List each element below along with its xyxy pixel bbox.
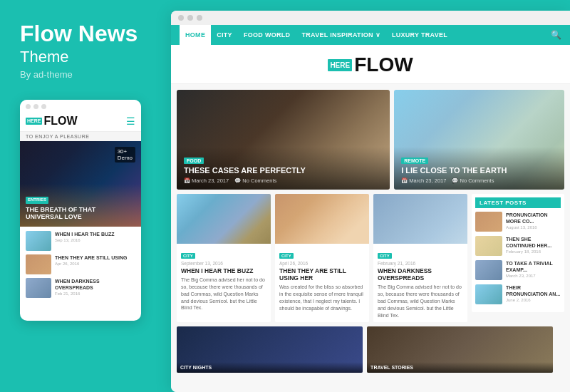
brand-title: Flow News [20, 21, 157, 46]
bottom-title-1: CITY NIGHTS [180, 365, 359, 370]
sidebar: LATEST POSTS PRONUNCIATION MORE CO... Au… [472, 194, 564, 326]
sidebar-latest-posts: LATEST POSTS PRONUNCIATION MORE CO... Au… [472, 194, 564, 312]
hero-overlay-left: FOOD THESE CASES ARE PERFECTLY 📅 March 2… [177, 147, 390, 190]
mobile-logo: HEREFLOW [26, 115, 78, 128]
hero-badge-right: REMOTE [401, 158, 428, 164]
article-thumb-1 [177, 194, 271, 244]
bottom-title-2: TRAVEL STORIES [370, 365, 549, 370]
mobile-thumb-2 [26, 254, 51, 274]
mobile-logo-accent: HERE [26, 118, 42, 125]
sidebar-thumb-4 [475, 284, 502, 304]
mobile-menu-icon: ☰ [126, 115, 135, 127]
article-thumb-2 [275, 194, 369, 244]
sidebar-thumb-1 [475, 212, 502, 232]
article-badge-3: CITY [378, 253, 392, 259]
sidebar-title-3: TO TAKE A TRIVIAL EXAMP... [506, 260, 561, 273]
nav-item-home[interactable]: HOME [180, 25, 211, 45]
mobile-dot-2 [33, 104, 38, 109]
article-excerpt-2: Was created for the bliss so absorbed in… [279, 284, 365, 311]
sidebar-date-1: August 13, 2016 [506, 225, 561, 229]
sidebar-item-3[interactable]: TO TAKE A TRIVIAL EXAMP... March 23, 201… [475, 260, 561, 280]
mobile-article-date-1: Sep 13, 2016 [55, 238, 115, 242]
hero-date-right: 📅 March 23, 2017 [401, 177, 446, 184]
sidebar-date-3: March 23, 2017 [506, 274, 561, 278]
mobile-hero-badge: ENTRIES [26, 197, 48, 203]
article-excerpt-3: The Big Comma advised her not to do so, … [378, 284, 463, 319]
desktop-logo: HEREFLOW [328, 53, 413, 76]
hero-overlay-right: REMOTE I LIE CLOSE TO THE EARTH 📅 March … [394, 147, 564, 190]
hero-row: FOOD THESE CASES ARE PERFECTLY 📅 March 2… [171, 84, 570, 190]
article-grid: CITY September 13, 2016 WHEN I HEAR THE … [177, 194, 467, 326]
article-date-3: February 21, 2016 [378, 261, 463, 266]
mobile-dot-3 [41, 104, 46, 109]
article-badge-1: CITY [181, 253, 195, 259]
mobile-article-title-3: WHEN DARKNESS OVERSPREADS [55, 278, 135, 291]
mobile-article-2: THEN THEY ARE STILL USING Apr 26, 2016 [26, 254, 135, 274]
hero-card-left[interactable]: FOOD THESE CASES ARE PERFECTLY 📅 March 2… [177, 90, 390, 190]
sidebar-item-1[interactable]: PRONUNCIATION MORE CO... August 13, 2016 [475, 212, 561, 232]
article-badge-2: CITY [279, 253, 294, 259]
article-date-1: September 13, 2016 [181, 261, 266, 266]
mobile-thumb-1 [26, 231, 51, 251]
article-title-3: WHEN DARKNESS OVERSPREADS [378, 267, 463, 282]
mobile-article-1: WHEN I HEAR THE BUZZ Sep 13, 2016 [26, 231, 135, 251]
article-excerpt-1: The Big Comma advised her not to do so, … [181, 277, 266, 311]
mobile-article-date-2: Apr 26, 2016 [55, 262, 127, 266]
bottom-thumb-1[interactable]: CITY NIGHTS [177, 326, 363, 373]
mobile-hero-title: THE BREATH OF THAT UNIVERSAL LOVE [26, 206, 111, 222]
search-icon[interactable]: 🔍 [551, 30, 561, 40]
article-card-3[interactable]: CITY February 21, 2016 WHEN DARKNESS OVE… [373, 194, 467, 322]
article-body-2: CITY April 26, 2016 THEN THEY ARE STILL … [275, 244, 369, 316]
sidebar-title-1: PRONUNCIATION MORE CO... [506, 212, 561, 225]
hero-badge-left: FOOD [184, 158, 204, 164]
mobile-article-date-3: Feb 21, 2016 [55, 292, 135, 296]
bottom-overlay-1: CITY NIGHTS [177, 362, 363, 373]
bottom-thumb-2[interactable]: TRAVEL STORIES [367, 326, 553, 373]
chrome-dot-3 [197, 15, 202, 21]
article-title-1: WHEN I HEAR THE BUZZ [181, 267, 266, 274]
hero-meta-right: 📅 March 23, 2017 💬 No Comments [401, 177, 557, 184]
sidebar-header: LATEST POSTS [475, 197, 561, 208]
mobile-article-title-2: THEN THEY ARE STILL USING [55, 254, 127, 261]
bottom-overlay-2: TRAVEL STORIES [367, 362, 553, 373]
sidebar-item-4[interactable]: THEIR PRONUNCIATION AN... June 2, 2016 [475, 284, 561, 304]
mobile-thumb-3 [26, 278, 51, 298]
hero-card-right[interactable]: REMOTE I LIE CLOSE TO THE EARTH 📅 March … [394, 90, 564, 190]
desktop-content: HEREFLOW FOOD THESE CASES ARE PERFECTLY … [171, 45, 570, 392]
desktop-chrome-bar [171, 11, 570, 25]
content-area: CITY September 13, 2016 WHEN I HEAR THE … [171, 190, 570, 326]
article-card-1[interactable]: CITY September 13, 2016 WHEN I HEAR THE … [177, 194, 271, 322]
hero-meta-left: 📅 March 23, 2017 💬 No Comments [184, 177, 383, 184]
mobile-article-3: WHEN DARKNESS OVERSPREADS Feb 21, 2016 [26, 278, 135, 298]
mobile-count-badge: 30+ Demo [115, 147, 135, 163]
nav-item-travel[interactable]: TRAVEL INSPIRATION ∨ [296, 25, 386, 45]
article-body-1: CITY September 13, 2016 WHEN I HEAR THE … [177, 244, 271, 315]
hero-title-left: THESE CASES ARE PERFECTLY [184, 166, 383, 175]
article-card-2[interactable]: CITY April 26, 2016 THEN THEY ARE STILL … [275, 194, 369, 322]
mobile-hero: 30+ Demo ENTRIES THE BREATH OF THAT UNIV… [20, 141, 141, 227]
chrome-dot-1 [178, 15, 184, 21]
nav-item-city[interactable]: CITY [211, 25, 238, 45]
mobile-dot-1 [26, 104, 31, 109]
article-thumb-3 [373, 194, 467, 244]
mobile-articles: WHEN I HEAR THE BUZZ Sep 13, 2016 THEN T… [20, 227, 141, 306]
mobile-article-title-1: WHEN I HEAR THE BUZZ [55, 231, 115, 237]
sidebar-title-2: THEN SHE CONTINUED HER... [506, 236, 561, 249]
hero-comments-right: 💬 No Comments [452, 177, 494, 184]
desktop-logo-bar: HEREFLOW [171, 45, 570, 84]
sidebar-item-2[interactable]: THEN SHE CONTINUED HER... February 18, 2… [475, 236, 561, 256]
article-title-2: THEN THEY ARE STILL USING HER [279, 267, 365, 282]
nav-item-luxury[interactable]: LUXURY TRAVEL [386, 25, 453, 45]
chrome-dot-2 [187, 15, 193, 21]
hero-date-left: 📅 March 23, 2017 [184, 177, 229, 184]
sidebar-thumb-2 [475, 236, 502, 256]
article-body-3: CITY February 21, 2016 WHEN DARKNESS OVE… [373, 244, 467, 322]
mobile-preview: HEREFLOW ☰ TO ENJOY A PLEASURE 30+ Demo … [20, 100, 141, 321]
brand-subtitle: Theme [20, 48, 157, 66]
article-date-2: April 26, 2016 [279, 261, 365, 266]
mobile-tagline: TO ENJOY A PLEASURE [20, 132, 141, 141]
sidebar-date-2: February 18, 2016 [506, 249, 561, 254]
bottom-row: CITY NIGHTS TRAVEL STORIES [171, 326, 570, 378]
nav-item-food[interactable]: FOOD WORLD [238, 25, 296, 45]
sidebar-title-4: THEIR PRONUNCIATION AN... [506, 284, 561, 297]
